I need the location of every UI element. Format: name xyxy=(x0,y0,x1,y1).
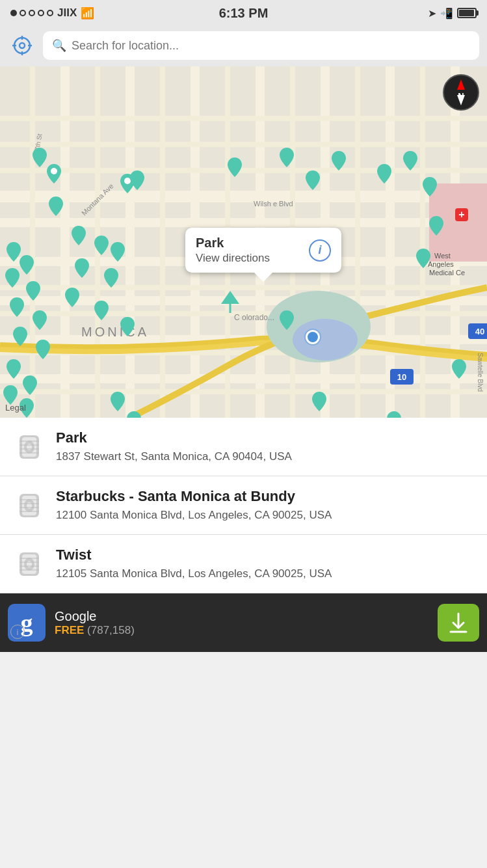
list-item-address-3: 12105 Santa Monica Blvd, Los Angeles, CA… xyxy=(56,566,474,582)
ad-subtitle: FREE (787,158) xyxy=(55,624,428,637)
svg-point-35 xyxy=(293,319,358,360)
map-pin[interactable] xyxy=(47,164,61,186)
list-item-title-2: Starbucks - Santa Monica at Bundy xyxy=(56,488,474,505)
bluetooth-icon: 📲 xyxy=(440,7,453,20)
ad-banner[interactable]: g i Google FREE (787,158) xyxy=(0,593,487,652)
svg-text:West: West xyxy=(434,252,451,260)
signal-dot-5 xyxy=(47,10,53,16)
map-pin[interactable] xyxy=(33,148,47,170)
map-pin[interactable] xyxy=(228,157,242,180)
ad-count: (787,158) xyxy=(87,624,135,636)
map-pin[interactable] xyxy=(10,297,24,319)
map-pin[interactable] xyxy=(7,242,21,264)
svg-text:Sawtelle Blvd: Sawtelle Blvd xyxy=(477,353,484,392)
search-input[interactable] xyxy=(72,39,470,53)
map-pin[interactable] xyxy=(13,327,27,349)
toilet-roll-icon-2 xyxy=(14,491,44,521)
map-popup-directions-link[interactable]: View directions xyxy=(196,252,301,265)
map-pin[interactable] xyxy=(104,268,118,290)
map-pin[interactable] xyxy=(23,375,37,398)
compass: N xyxy=(443,74,479,111)
map-pin[interactable] xyxy=(130,170,144,193)
battery-fill xyxy=(459,10,474,16)
list-container: Park 1837 Stewart St, Santa Monica, CA 9… xyxy=(0,418,487,593)
search-icon: 🔍 xyxy=(52,38,66,53)
map-pin[interactable] xyxy=(120,317,135,339)
status-time: 6:13 PM xyxy=(219,6,269,21)
map-popup-content: Park View directions xyxy=(196,236,301,265)
compass-north-arrow xyxy=(457,79,465,90)
map-pin[interactable] xyxy=(111,392,125,414)
legal-text: Legal xyxy=(5,403,26,413)
map-pin[interactable] xyxy=(65,288,79,310)
crosshair-icon xyxy=(11,34,33,57)
status-left: JIIX 📶 xyxy=(10,7,94,20)
map-pin[interactable] xyxy=(127,411,141,418)
map-pin[interactable] xyxy=(423,177,437,199)
search-input-container[interactable]: 🔍 xyxy=(43,31,479,60)
map-pin[interactable] xyxy=(332,151,346,173)
map-pin[interactable] xyxy=(377,164,391,186)
list-item[interactable]: Starbucks - Santa Monica at Bundy 12100 … xyxy=(0,476,487,535)
list-item-title-3: Twist xyxy=(56,547,474,563)
ad-download-button[interactable] xyxy=(438,604,479,642)
ad-info-button[interactable]: i xyxy=(10,625,25,639)
location-icon-1 xyxy=(13,431,46,463)
map-container[interactable]: + Montana Ave Wilsh e Blvd C olorado... … xyxy=(0,66,487,418)
list-item[interactable]: Park 1837 Stewart St, Santa Monica, CA 9… xyxy=(0,418,487,476)
map-pin[interactable] xyxy=(72,226,86,248)
svg-text:MONICA: MONICA xyxy=(81,325,149,339)
svg-text:Wilsh e Blvd: Wilsh e Blvd xyxy=(254,200,293,208)
map-pin[interactable] xyxy=(33,310,47,332)
signal-dot-4 xyxy=(38,10,44,16)
toilet-roll-icon-3 xyxy=(14,549,44,579)
map-pin[interactable] xyxy=(20,255,34,277)
map-pin[interactable] xyxy=(94,301,109,323)
list-item-address-2: 12100 Santa Monica Blvd, Los Angeles, CA… xyxy=(56,508,474,523)
map-popup[interactable]: Park View directions i xyxy=(185,228,341,273)
svg-point-53 xyxy=(51,168,57,174)
map-pin[interactable] xyxy=(403,151,417,173)
map-pin-main[interactable] xyxy=(221,291,239,316)
map-pin[interactable] xyxy=(429,216,443,238)
map-pin[interactable] xyxy=(280,310,294,332)
map-pin[interactable] xyxy=(452,359,466,381)
list-item-text-1: Park 1837 Stewart St, Santa Monica, CA 9… xyxy=(56,429,474,465)
signal-dot-3 xyxy=(29,10,35,16)
list-item[interactable]: Twist 12105 Santa Monica Blvd, Los Angel… xyxy=(0,535,487,593)
ad-text-container: Google FREE (787,158) xyxy=(55,609,428,637)
signal-dots xyxy=(10,10,53,16)
map-pin[interactable] xyxy=(416,249,430,271)
map-pin[interactable] xyxy=(36,340,50,362)
signal-dot-1 xyxy=(10,10,17,16)
info-icon: i xyxy=(318,243,321,257)
map-pin[interactable] xyxy=(306,170,320,193)
list-item-title-1: Park xyxy=(56,429,474,446)
svg-text:Medical Ce: Medical Ce xyxy=(429,269,465,277)
download-icon xyxy=(447,611,470,634)
map-pin[interactable] xyxy=(94,236,109,258)
map-pin[interactable] xyxy=(75,258,89,280)
carrier-label: JIIX xyxy=(57,7,77,20)
svg-text:10: 10 xyxy=(397,372,406,382)
wifi-icon: 📶 xyxy=(81,7,94,20)
map-pin[interactable] xyxy=(5,268,20,290)
map-pin[interactable] xyxy=(312,392,326,414)
svg-text:+: + xyxy=(458,209,464,220)
location-button[interactable] xyxy=(8,31,36,60)
status-right: ➤ 📲 xyxy=(428,7,477,20)
svg-point-1 xyxy=(20,43,25,48)
signal-dot-2 xyxy=(20,10,26,16)
toilet-roll-icon xyxy=(14,432,44,462)
location-icon-3 xyxy=(13,548,46,580)
map-pin[interactable] xyxy=(280,148,294,170)
map-pin[interactable] xyxy=(7,359,21,381)
svg-point-0 xyxy=(14,38,30,53)
map-popup-info-button[interactable]: i xyxy=(309,239,331,262)
compass-south-arrow xyxy=(457,95,465,105)
map-pin[interactable] xyxy=(26,281,40,303)
map-pin[interactable] xyxy=(387,411,401,418)
map-pin[interactable] xyxy=(111,242,125,264)
map-pin[interactable] xyxy=(49,197,63,219)
ad-title: Google xyxy=(55,609,428,624)
